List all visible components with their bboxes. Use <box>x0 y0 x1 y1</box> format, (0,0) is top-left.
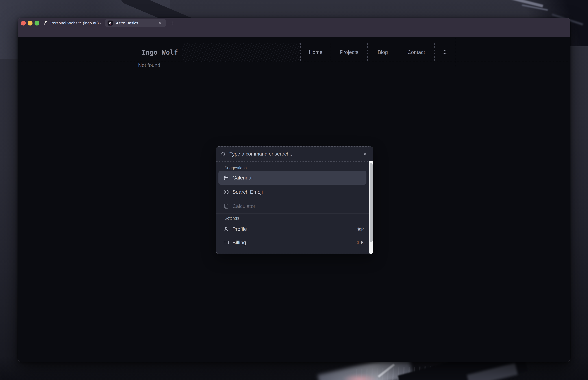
palette-item-profile[interactable]: Profile ⌘P <box>218 222 366 236</box>
nav-item-home[interactable]: Home <box>301 43 331 62</box>
palette-item-billing[interactable]: Billing ⌘B <box>218 236 366 249</box>
nav-search-button[interactable] <box>435 43 455 62</box>
shortcut-badge: ⌘P <box>357 227 364 232</box>
calculator-icon <box>223 204 229 209</box>
group-label-suggestions: Suggestions <box>225 166 247 170</box>
site-logo[interactable]: Ingo Wolf <box>138 43 182 62</box>
header-bottom-border <box>18 62 570 62</box>
palette-item-search-emoji[interactable]: Search Emoji <box>218 185 366 199</box>
web-page: Ingo Wolf Home Projects Blog Contact Not… <box>18 37 570 362</box>
tab-personal-website[interactable]: Personal Website (ingo.au) - <box>42 18 101 28</box>
palette-divider <box>216 161 373 162</box>
page-status-text: Not found <box>138 62 160 68</box>
palette-item-label: Search Emoji <box>232 189 263 195</box>
palette-item-calendar[interactable]: Calendar <box>218 171 366 185</box>
palette-item-label: Calculator <box>232 203 255 209</box>
palette-item-label: Calendar <box>232 175 253 181</box>
header-hatch-pattern <box>182 43 300 62</box>
content-right-guide <box>455 38 455 68</box>
command-search-input[interactable] <box>230 151 360 157</box>
nav-item-contact[interactable]: Contact <box>398 43 434 62</box>
palette-item-calculator: Calculator <box>218 199 366 213</box>
search-icon <box>442 50 447 55</box>
traffic-light-close[interactable] <box>21 21 26 25</box>
traffic-light-minimize[interactable] <box>28 21 33 25</box>
nav-item-blog[interactable]: Blog <box>368 43 398 62</box>
tab-title: Personal Website (ingo.au) - <box>50 21 101 25</box>
browser-window: Personal Website (ingo.au) - Astro Basic… <box>18 18 570 362</box>
astro-favicon <box>107 20 113 26</box>
palette-item-label: Profile <box>232 226 247 232</box>
tab-astro-basics[interactable]: Astro Basics <box>105 19 166 27</box>
close-icon[interactable] <box>363 152 367 156</box>
smile-icon <box>223 189 229 195</box>
palette-item-label: Billing <box>232 240 246 246</box>
scrollbar-thumb[interactable] <box>370 163 373 242</box>
tab-strip: Personal Website (ingo.au) - Astro Basic… <box>18 18 570 28</box>
palette-scrollbar[interactable] <box>369 161 373 254</box>
tab-close-icon[interactable] <box>158 21 162 25</box>
credit-card-icon <box>223 240 229 245</box>
traffic-light-zoom[interactable] <box>35 21 39 25</box>
group-divider <box>216 213 371 214</box>
nav-item-projects[interactable]: Projects <box>331 43 367 62</box>
wolf-favicon <box>42 20 48 26</box>
user-icon <box>223 226 229 232</box>
tab-title: Astro Basics <box>116 21 138 25</box>
group-label-settings: Settings <box>225 216 239 221</box>
command-palette: Suggestions Calendar <box>216 146 373 254</box>
new-tab-icon[interactable] <box>169 20 175 26</box>
search-icon <box>221 151 226 157</box>
shortcut-badge: ⌘B <box>357 240 364 245</box>
browser-toolbar: ingo-website.ingowolf.workers.dev/projec… <box>18 28 570 37</box>
calendar-icon <box>223 175 229 181</box>
command-palette-search-row <box>216 147 373 161</box>
